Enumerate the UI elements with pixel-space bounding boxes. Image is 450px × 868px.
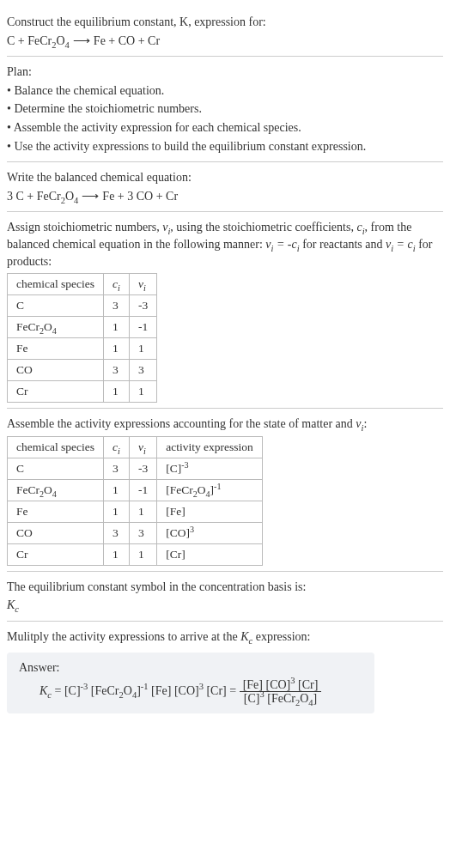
cell-nui: 1 [129,381,156,403]
plan-bullet-3: • Assemble the activity expression for e… [7,119,443,137]
table-row: CO 3 3 [8,360,157,381]
txt: : [363,417,367,430]
table-row: Cr 1 1 [8,381,157,403]
col-species: chemical species [8,436,104,458]
assign-text: Assign stoichiometric numbers, νi, using… [7,219,443,270]
fraction-numerator: [Fe] [CO]3 [Cr] [240,678,322,692]
table-row: Fe 1 1 [8,338,157,360]
section-assign: Assign stoichiometric numbers, νi, using… [7,212,443,409]
table-row: FeCr2O4 1 -1 [8,317,157,338]
equals: = [55,684,64,697]
rel1: νi = -ci [265,238,299,251]
cell-nui: 1 [129,543,156,565]
rel2: νi = ci [386,238,416,251]
cell-ci: 1 [104,543,130,565]
cell-activity: [Cr] [157,543,263,565]
cell-ci: 1 [104,381,130,403]
cell-nui: 3 [129,360,156,381]
cell-species: C [8,458,104,479]
table-row: Fe 1 1 [Fe] [8,501,263,522]
cell-activity: [FeCr2O4]-1 [157,479,263,501]
cell-ci: 1 [104,479,130,501]
table-row: C 3 -3 [8,295,157,317]
term1: [C]-3 [FeCr2O4]-1 [Fe] [CO]3 [Cr] [64,684,227,697]
txt: expression: [252,630,310,643]
cell-species: FeCr2O4 [8,479,104,501]
txt: Assemble the activity expressions accoun… [7,417,356,430]
cell-ci: 3 [104,458,130,479]
section-balanced: Write the balanced chemical equation: 3 … [7,162,443,212]
intro-equation: C + FeCr2O4⟶Fe + CO + Cr [7,33,443,50]
cell-ci: 1 [104,501,130,522]
cell-ci: 3 [104,522,130,543]
cell-species: Fe [8,501,104,522]
balanced-equation: 3 C + FeCr2O4⟶Fe + 3 CO + Cr [7,188,443,205]
cell-ci: 1 [104,317,130,338]
cell-species: Cr [8,381,104,403]
cell-species: CO [8,360,104,381]
txt: Mulitply the activity expressions to arr… [7,630,240,643]
fraction-denominator: [C]3 [FeCr2O4] [240,692,322,705]
nu-i: νi [162,221,170,234]
section-symbol: The equilibrium constant symbol in the c… [7,572,443,622]
cell-species: FeCr2O4 [8,317,104,338]
txt: , using the stoichiometric coefficients, [170,221,356,234]
col-ci: ci [104,274,130,295]
symbol-line1: The equilibrium constant symbol in the c… [7,579,443,596]
intro-line1: Construct the equilibrium constant, K, e… [7,14,443,31]
answer-expression: Kc = [C]-3 [FeCr2O4]-1 [Fe] [CO]3 [Cr] =… [19,678,362,706]
stoich-table: chemical species ci νi C 3 -3 FeCr2O4 1 … [7,273,157,403]
cell-ci: 3 [104,295,130,317]
table-row: C 3 -3 [C]-3 [8,458,263,479]
assemble-text: Assemble the activity expressions accoun… [7,416,443,433]
balanced-line1: Write the balanced chemical equation: [7,169,443,186]
text: Construct the equilibrium constant, K, e… [7,15,266,28]
cell-species: Cr [8,543,104,565]
table-header-row: chemical species ci νi activity expressi… [8,436,263,458]
cell-activity: [CO]3 [157,522,263,543]
kc: Kc [240,630,252,643]
table-header-row: chemical species ci νi [8,274,157,295]
cell-nui: 1 [129,338,156,360]
col-nui: νi [129,274,156,295]
cell-nui: -3 [129,458,156,479]
equals2: = [229,684,239,697]
cell-ci: 3 [104,360,130,381]
plan-bullet-1: • Balance the chemical equation. [7,82,443,100]
section-plan: Plan: • Balance the chemical equation. •… [7,57,443,162]
section-assemble: Assemble the activity expressions accoun… [7,409,443,572]
cell-species: Fe [8,338,104,360]
col-ci: ci [104,436,130,458]
plan-title: Plan: [7,64,443,81]
cell-species: CO [8,522,104,543]
txt: Assign stoichiometric numbers, [7,221,162,234]
plan-bullet-4: • Use the activity expressions to build … [7,138,443,155]
cell-nui: -3 [129,295,156,317]
multiply-text: Mulitply the activity expressions to arr… [7,628,443,646]
col-nui: νi [129,436,156,458]
table-row: FeCr2O4 1 -1 [FeCr2O4]-1 [8,479,263,501]
col-activity: activity expression [157,436,263,458]
txt: for reactants and [300,238,386,251]
cell-nui: -1 [129,317,156,338]
activity-table: chemical species ci νi activity expressi… [7,436,263,566]
cell-species: C [8,295,104,317]
cell-nui: -1 [129,479,156,501]
col-species: chemical species [8,274,104,295]
section-multiply: Mulitply the activity expressions to arr… [7,622,443,719]
cell-ci: 1 [104,338,130,360]
cell-nui: 1 [129,501,156,522]
table-row: Cr 1 1 [Cr] [8,543,263,565]
answer-label: Answer: [19,661,362,675]
c-i: ci [356,221,364,234]
answer-box: Answer: Kc = [C]-3 [FeCr2O4]-1 [Fe] [CO]… [7,653,374,714]
fraction: [Fe] [CO]3 [Cr] [C]3 [FeCr2O4] [240,678,322,706]
table-row: CO 3 3 [CO]3 [8,522,263,543]
cell-activity: [C]-3 [157,458,263,479]
kc-eq: Kc [40,684,52,697]
section-intro: Construct the equilibrium constant, K, e… [7,7,443,57]
cell-nui: 3 [129,522,156,543]
plan-bullet-2: • Determine the stoichiometric numbers. [7,100,443,118]
kc-symbol: Kc [7,597,443,614]
cell-activity: [Fe] [157,501,263,522]
